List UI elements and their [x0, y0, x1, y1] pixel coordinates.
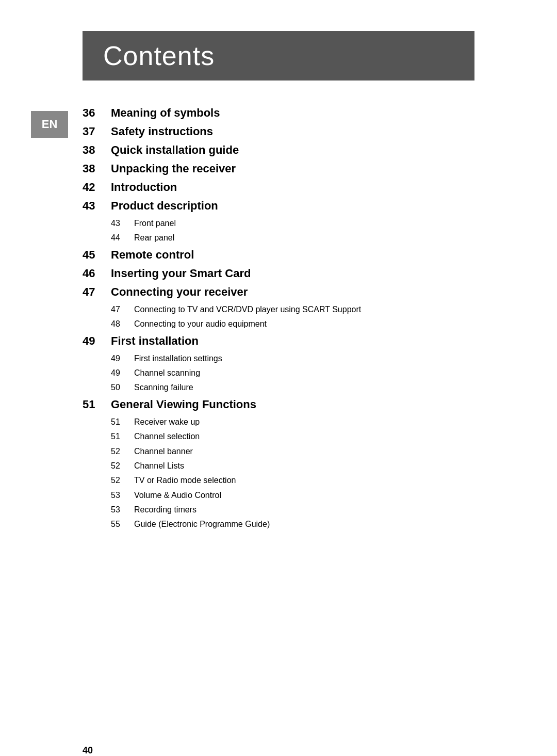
toc-major-entry: 49First installation: [83, 334, 474, 348]
toc-minor-label: Scanning failure: [134, 382, 193, 393]
toc-major-label: General Viewing Functions: [111, 398, 256, 411]
toc-minor-number: 53: [111, 491, 134, 500]
toc-minor-entry: 52Channel banner: [111, 446, 474, 457]
toc-major-entry: 42Introduction: [83, 181, 474, 194]
toc-major-entry: 36Meaning of symbols: [83, 106, 474, 120]
toc-minor-label: First installation settings: [134, 353, 222, 364]
page: Contents EN 36Meaning of symbols37Safety…: [0, 31, 557, 756]
toc-major-number: 46: [83, 267, 111, 280]
toc-major-label: Safety instructions: [111, 125, 213, 138]
toc-major-label: Meaning of symbols: [111, 106, 220, 120]
toc-minor-label: Connecting to your audio equipment: [134, 318, 267, 330]
toc-major-entry: 51General Viewing Functions: [83, 398, 474, 411]
toc-minor-number: 52: [111, 447, 134, 456]
toc-major-number: 45: [83, 248, 111, 262]
toc-minor-label: Front panel: [134, 218, 176, 229]
toc-minor-label: TV or Radio mode selection: [134, 475, 236, 486]
toc-major-label: Product description: [111, 199, 218, 213]
toc-minor-number: 53: [111, 505, 134, 514]
toc-minor-number: 55: [111, 520, 134, 529]
toc-minor-entry: 49First installation settings: [111, 353, 474, 364]
toc-minor-number: 49: [111, 368, 134, 378]
toc-major-entry: 46Inserting your Smart Card: [83, 267, 474, 280]
toc-major-label: Inserting your Smart Card: [111, 267, 251, 280]
toc-minor-label: Recording timers: [134, 504, 196, 516]
toc-major-number: 49: [83, 334, 111, 348]
toc-minor-label: Channel banner: [134, 446, 193, 457]
toc-major-entry: 38Quick installation guide: [83, 143, 474, 157]
toc-minor-entry: 48Connecting to your audio equipment: [111, 318, 474, 330]
toc-minor-label: Channel selection: [134, 431, 200, 442]
page-title: Contents: [103, 40, 215, 71]
toc-minor-entry: 50Scanning failure: [111, 382, 474, 393]
toc-minor-label: Channel scanning: [134, 367, 200, 379]
toc-minor-number: 48: [111, 319, 134, 329]
toc-major-number: 47: [83, 285, 111, 299]
toc-minor-entry: 49Channel scanning: [111, 367, 474, 379]
toc-major-label: First installation: [111, 334, 199, 348]
title-bar: Contents: [83, 31, 474, 81]
toc-minor-number: 51: [111, 432, 134, 441]
toc-minor-number: 44: [111, 233, 134, 243]
toc-major-number: 51: [83, 398, 111, 411]
page-number: 40: [83, 745, 93, 756]
toc-minor-label: Rear panel: [134, 232, 174, 244]
toc-minor-entry: 55Guide (Electronic Programme Guide): [111, 519, 474, 530]
language-badge: EN: [31, 111, 68, 138]
toc-major-entry: 38Unpacking the receiver: [83, 162, 474, 175]
toc-major-label: Quick installation guide: [111, 143, 239, 157]
toc-major-entry: 37Safety instructions: [83, 125, 474, 138]
toc-minor-entry: 47Connecting to TV and VCR/DVD player us…: [111, 304, 474, 315]
toc-minor-entry: 44Rear panel: [111, 232, 474, 244]
toc-minor-number: 52: [111, 461, 134, 471]
toc-major-number: 42: [83, 181, 111, 194]
language-badge-text: EN: [42, 118, 58, 131]
toc-minor-number: 51: [111, 417, 134, 427]
toc-minor-entry: 51Channel selection: [111, 431, 474, 442]
toc-major-number: 43: [83, 199, 111, 213]
toc-major-entry: 43Product description: [83, 199, 474, 213]
toc-major-label: Remote control: [111, 248, 194, 262]
toc-major-label: Introduction: [111, 181, 177, 194]
toc-minor-number: 47: [111, 305, 134, 314]
toc-content: 36Meaning of symbols37Safety instruction…: [83, 106, 474, 530]
toc-minor-number: 52: [111, 476, 134, 485]
toc-minor-entry: 53Recording timers: [111, 504, 474, 516]
toc-minor-number: 50: [111, 383, 134, 392]
toc-minor-label: Receiver wake up: [134, 416, 200, 428]
toc-minor-entry: 43Front panel: [111, 218, 474, 229]
toc-minor-entry: 51Receiver wake up: [111, 416, 474, 428]
toc-major-number: 38: [83, 143, 111, 157]
toc-major-number: 37: [83, 125, 111, 138]
toc-major-number: 38: [83, 162, 111, 175]
toc-major-number: 36: [83, 106, 111, 120]
toc-minor-entry: 52TV or Radio mode selection: [111, 475, 474, 486]
toc-major-label: Unpacking the receiver: [111, 162, 236, 175]
toc-minor-label: Channel Lists: [134, 460, 184, 472]
toc-minor-entry: 53Volume & Audio Control: [111, 490, 474, 501]
toc-minor-label: Connecting to TV and VCR/DVD player usin…: [134, 304, 361, 315]
toc-minor-label: Volume & Audio Control: [134, 490, 221, 501]
toc-major-entry: 47Connecting your receiver: [83, 285, 474, 299]
toc-minor-number: 49: [111, 354, 134, 363]
toc-major-label: Connecting your receiver: [111, 285, 248, 299]
toc-minor-entry: 52Channel Lists: [111, 460, 474, 472]
toc-major-entry: 45Remote control: [83, 248, 474, 262]
toc-minor-label: Guide (Electronic Programme Guide): [134, 519, 270, 530]
toc-minor-number: 43: [111, 219, 134, 228]
